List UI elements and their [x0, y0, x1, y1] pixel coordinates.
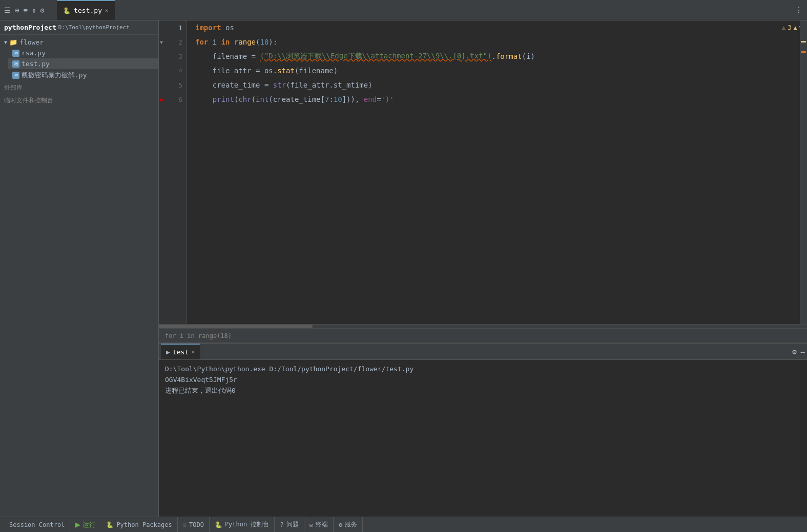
line-num-5: 5: [159, 78, 187, 92]
line-num-4: 4: [159, 63, 187, 78]
run-icon: ▶: [75, 521, 80, 528]
file-name-rsa: rsa.py: [22, 49, 46, 57]
problems-icon: ?: [280, 521, 283, 528]
python-console-icon: 🐍: [215, 521, 222, 528]
code-line-3: filename = ("D:\\浏览器下载\\Edge下载\\attachme…: [187, 49, 800, 63]
line-numbers: 1 ▼ 2 3 4 5 ● 6: [159, 20, 187, 324]
folder-name: flower: [19, 38, 44, 46]
bottom-tab-label: test: [173, 348, 189, 356]
scrollbar-thumb[interactable]: [159, 325, 313, 328]
project-header: pythonProject D:\Tool\pythonProject: [0, 20, 158, 35]
status-session-control[interactable]: Session Control: [4, 517, 70, 532]
project-path: D:\Tool\pythonProject: [58, 24, 130, 31]
error-marker-1: [801, 41, 806, 42]
line-num-1: 1: [159, 20, 187, 35]
problems-label: 问题: [286, 520, 299, 529]
status-terminal[interactable]: ✉ 终端: [304, 517, 334, 532]
top-bar: ☰ ⊕ ≡ ⇕ ⚙ — 🐍 test.py × ⋮: [0, 0, 807, 20]
target-icon[interactable]: ⊕: [15, 6, 19, 14]
py-file-icon: py: [12, 50, 19, 57]
status-services[interactable]: ⚙ 服务: [334, 517, 363, 532]
code-line-1: import os: [187, 20, 800, 35]
sidebar-item-test-py[interactable]: py test.py: [8, 58, 158, 69]
code-container[interactable]: 1 ▼ 2 3 4 5 ● 6 import os: [159, 20, 807, 324]
code-line-5: create_time = str(file_attr.st_mtime): [187, 78, 800, 92]
chevron-down-icon: ▼: [4, 39, 7, 45]
bottom-tab-right: ⚙ —: [792, 348, 805, 356]
tab-label: test.py: [74, 7, 102, 14]
bottom-panel-tabs: ▶ test × ⚙ —: [159, 344, 807, 360]
python-pkg-label: Python Packages: [116, 521, 172, 528]
folder-icon: 📁: [9, 38, 17, 46]
breadcrumb-text: for i in range(18): [165, 332, 232, 339]
main-area: pythonProject D:\Tool\pythonProject ▼ 📁 …: [0, 20, 807, 517]
tab-bar: 🐍 test.py ×: [57, 0, 791, 20]
editor-horizontal-scrollbar[interactable]: [159, 324, 807, 328]
expand-icon[interactable]: ⇕: [32, 6, 36, 14]
settings-icon[interactable]: ⚙: [40, 6, 44, 14]
bottom-panel: ▶ test × ⚙ — D:\Tool\Python\python.exe D…: [159, 343, 807, 517]
status-todo[interactable]: ≡ TODO: [178, 517, 210, 532]
status-python-console[interactable]: 🐍 Python 控制台: [210, 517, 275, 532]
services-icon: ⚙: [339, 521, 342, 528]
services-label: 服务: [345, 520, 357, 529]
terminal-output-line: OGV4BixVeqt5JMFj5r: [165, 375, 801, 386]
sidebar-section-external[interactable]: 外部库: [0, 81, 158, 94]
python-console-label: Python 控制台: [225, 520, 270, 529]
run-label: 运行: [82, 520, 96, 529]
sidebar-item-rsa-py[interactable]: py rsa.py: [8, 48, 158, 58]
top-bar-right: ⋮: [791, 5, 807, 15]
line-num-2: ▼ 2: [159, 35, 187, 49]
python-pkg-icon: 🐍: [106, 521, 114, 528]
todo-label: TODO: [189, 521, 204, 528]
terminal-cmd-line: D:\Tool\Python\python.exe D:/Tool/python…: [165, 364, 801, 375]
arrow-up-icon[interactable]: ▲: [794, 24, 797, 31]
status-problems[interactable]: ? 问题: [275, 517, 304, 532]
editor-area: 1 ▼ 2 3 4 5 ● 6 import os: [159, 20, 807, 343]
bottom-tab-test[interactable]: ▶ test ×: [161, 344, 200, 359]
terminal-status-label: 终端: [316, 520, 328, 529]
sidebar-item-flower[interactable]: ▼ 📁 flower: [0, 37, 158, 48]
tab-py-icon: 🐍: [63, 7, 71, 14]
warning-icon: ⚠: [782, 24, 785, 31]
py-file-icon-2: py: [12, 60, 19, 68]
project-name: pythonProject: [4, 24, 56, 31]
code-line-4: file_attr = os.stat(filename): [187, 63, 800, 78]
status-bar: Session Control ▶ 运行 🐍 Python Packages ≡…: [0, 517, 807, 532]
terminal-exit-line: 进程已结束，退出代码0: [165, 386, 801, 396]
warning-count: 3: [788, 24, 791, 31]
collapse-icon[interactable]: ≡: [23, 6, 27, 14]
terminal-status-icon: ✉: [309, 521, 313, 528]
terminal-icon: ▶: [166, 348, 170, 356]
terminal-minimize-icon[interactable]: —: [801, 348, 805, 356]
bp-icon[interactable]: ●: [160, 97, 163, 102]
line-num-6: ● 6: [159, 92, 187, 107]
fold-icon[interactable]: ▼: [160, 39, 163, 45]
run-button[interactable]: ▶ 运行: [70, 517, 101, 532]
todo-icon: ≡: [183, 521, 187, 528]
minimize-icon[interactable]: —: [49, 6, 53, 14]
sidebar-item-caesar[interactable]: py 凯撒密码暴力破解.py: [8, 69, 158, 81]
editor-right-bar: [800, 20, 807, 324]
tab-test-py[interactable]: 🐍 test.py ×: [57, 0, 115, 20]
line-num-3: 3: [159, 49, 187, 63]
sidebar-section-temp[interactable]: 临时文件和控制台: [0, 94, 158, 107]
sidebar-tree: ▼ 📁 flower py rsa.py py test.py py 凯撒密码暴…: [0, 35, 158, 517]
terminal-content[interactable]: D:\Tool\Python\python.exe D:/Tool/python…: [159, 360, 807, 517]
session-control-label: Session Control: [9, 521, 65, 528]
bottom-tab-close[interactable]: ×: [191, 349, 195, 355]
status-python-packages[interactable]: 🐍 Python Packages: [101, 517, 177, 532]
error-marker-2: [801, 51, 806, 53]
more-options-icon[interactable]: ⋮: [795, 5, 803, 15]
top-bar-left: ☰ ⊕ ≡ ⇕ ⚙ —: [0, 6, 57, 14]
py-file-icon-3: py: [12, 72, 19, 79]
breadcrumb-bar: for i in range(18): [159, 328, 807, 343]
menu-icon[interactable]: ☰: [4, 6, 11, 14]
code-line-2: for i in range(18):: [187, 35, 800, 49]
tab-close-button[interactable]: ×: [105, 7, 109, 14]
terminal-settings-icon[interactable]: ⚙: [792, 348, 796, 356]
code-line-6: print(chr(int(create_time[7:10])), end='…: [187, 92, 800, 107]
file-name-caesar: 凯撒密码暴力破解.py: [22, 71, 87, 80]
code-content[interactable]: import os for i in range(18): filename =…: [187, 20, 800, 324]
sidebar: pythonProject D:\Tool\pythonProject ▼ 📁 …: [0, 20, 159, 517]
